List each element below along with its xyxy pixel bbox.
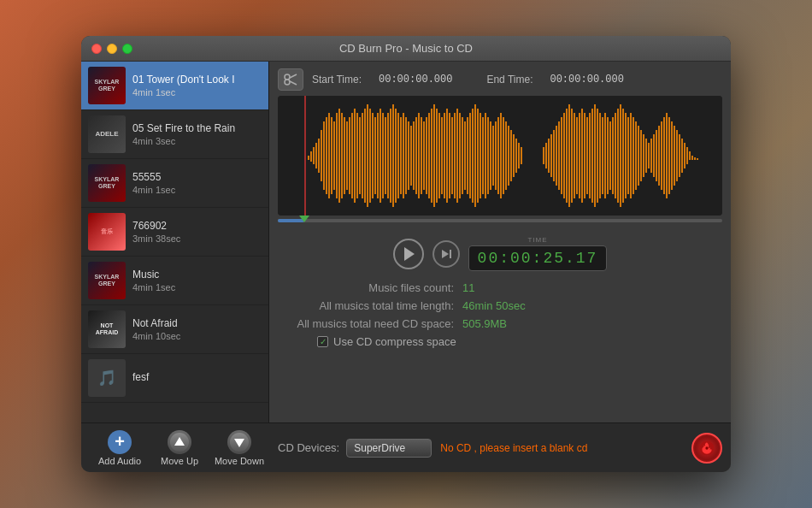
- svg-rect-130: [645, 139, 647, 173]
- svg-rect-132: [650, 139, 652, 173]
- playlist-item[interactable]: NOTAFRAIDNot Afraid4min 10sec: [81, 305, 268, 354]
- svg-rect-66: [462, 117, 463, 194]
- time-counter-wrapper: TIME 00:00:25.17: [468, 236, 608, 271]
- svg-rect-54: [431, 109, 432, 203]
- playlist-item[interactable]: 音乐7669023min 38sec: [81, 208, 268, 257]
- move-down-button[interactable]: Move Down: [209, 427, 269, 470]
- move-down-icon: [227, 430, 251, 454]
- playlist-item-title: fesf: [132, 371, 262, 383]
- svg-rect-149: [694, 157, 696, 160]
- svg-rect-46: [410, 126, 412, 186]
- window-title: CD Burn Pro - Music to CD: [339, 42, 473, 55]
- svg-rect-47: [413, 121, 415, 190]
- svg-rect-135: [658, 126, 660, 186]
- svg-rect-106: [584, 113, 585, 198]
- compress-checkbox[interactable]: [317, 336, 328, 347]
- svg-rect-113: [602, 117, 603, 194]
- svg-rect-10: [318, 139, 320, 173]
- playlist-item-duration: 4min 10sec: [132, 331, 262, 341]
- svg-rect-78: [492, 126, 494, 186]
- scissors-button[interactable]: [278, 68, 303, 91]
- svg-rect-104: [579, 113, 580, 198]
- add-icon: +: [108, 430, 132, 454]
- add-audio-button[interactable]: + Add Audio: [90, 427, 150, 470]
- svg-rect-14: [328, 113, 330, 198]
- svg-point-158: [705, 446, 708, 449]
- playlist-item-duration: 3min 38sec: [132, 233, 262, 244]
- playlist-item-duration: 4min 1sec: [132, 185, 262, 195]
- cd-devices-label: CD Devices:: [278, 441, 339, 454]
- svg-rect-144: [681, 139, 683, 173]
- svg-rect-8: [313, 147, 315, 164]
- svg-rect-96: [558, 121, 560, 190]
- svg-rect-97: [561, 117, 562, 194]
- playlist-item-duration: 4min 3sec: [132, 136, 262, 146]
- step-forward-button[interactable]: [432, 240, 460, 268]
- waveform-area: Start Time: 00:00:00.000 End Time: 00:00…: [269, 62, 731, 231]
- svg-rect-94: [553, 130, 555, 181]
- svg-rect-24: [354, 109, 356, 203]
- total-time-label: All musics total time length:: [283, 299, 454, 312]
- cd-space-label: All musics total need CD space:: [283, 317, 454, 330]
- svg-rect-116: [609, 121, 611, 190]
- progress-track[interactable]: [278, 219, 722, 222]
- time-counter-label: TIME: [468, 236, 608, 244]
- svg-rect-131: [648, 143, 650, 168]
- playlist-item-title: 766902: [132, 220, 262, 232]
- svg-rect-67: [464, 121, 466, 190]
- svg-rect-93: [550, 134, 552, 177]
- svg-rect-133: [653, 134, 655, 177]
- svg-rect-145: [684, 143, 685, 168]
- playlist-item[interactable]: SKYLARGREY555554min 1sec: [81, 159, 268, 208]
- svg-rect-16: [333, 121, 335, 190]
- svg-rect-23: [351, 113, 353, 198]
- player-panel: Start Time: 00:00:00.000 End Time: 00:00…: [269, 62, 731, 422]
- maximize-button[interactable]: [122, 44, 132, 54]
- playlist-item[interactable]: 🎵fesf: [81, 354, 268, 403]
- progress-bar-area[interactable]: [278, 219, 722, 227]
- svg-rect-120: [620, 104, 621, 207]
- close-button[interactable]: [91, 44, 102, 54]
- svg-rect-65: [459, 113, 461, 198]
- svg-rect-7: [310, 151, 312, 162]
- playlist-item[interactable]: SKYLARGREY01 Tower (Don't Look I4min 1se…: [81, 62, 268, 110]
- svg-rect-26: [359, 117, 361, 194]
- total-time-value: 46min 50sec: [462, 299, 526, 312]
- svg-rect-140: [671, 121, 673, 190]
- playlist-item[interactable]: SKYLARGREYMusic4min 1sec: [81, 257, 268, 305]
- svg-rect-30: [369, 109, 371, 203]
- burn-button[interactable]: [691, 433, 722, 464]
- svg-rect-118: [615, 113, 616, 198]
- svg-rect-41: [397, 113, 399, 198]
- svg-rect-76: [487, 117, 489, 194]
- svg-rect-85: [510, 130, 512, 181]
- waveform-display[interactable]: [278, 96, 722, 216]
- svg-rect-152: [450, 250, 451, 258]
- playlist-item-duration: 4min 1sec: [132, 87, 262, 97]
- cd-device-select[interactable]: SuperDrive SuperDriveNo Drive: [346, 439, 432, 458]
- svg-rect-25: [356, 113, 358, 198]
- svg-rect-72: [477, 109, 479, 203]
- playlist-item[interactable]: ADELE05 Set Fire to the Rain4min 3sec: [81, 110, 268, 159]
- svg-rect-89: [521, 147, 522, 164]
- svg-rect-59: [444, 113, 445, 198]
- files-count-label: Music files count:: [283, 281, 454, 294]
- minimize-button[interactable]: [107, 44, 117, 54]
- start-time-label: Start Time:: [312, 74, 362, 86]
- time-counter: 00:00:25.17: [468, 245, 608, 271]
- svg-rect-103: [576, 117, 578, 194]
- svg-rect-57: [438, 113, 440, 198]
- svg-rect-105: [581, 109, 583, 203]
- svg-rect-123: [627, 117, 629, 194]
- svg-rect-146: [686, 147, 688, 164]
- svg-rect-75: [485, 113, 486, 198]
- svg-rect-27: [362, 113, 363, 198]
- svg-rect-91: [545, 143, 547, 168]
- play-button[interactable]: [393, 239, 424, 269]
- svg-rect-95: [556, 126, 557, 186]
- move-up-button[interactable]: Move Up: [150, 427, 209, 470]
- svg-rect-38: [390, 109, 391, 203]
- svg-rect-34: [380, 109, 381, 203]
- time-bar: Start Time: 00:00:00.000 End Time: 00:00…: [278, 68, 722, 91]
- svg-rect-71: [474, 104, 476, 207]
